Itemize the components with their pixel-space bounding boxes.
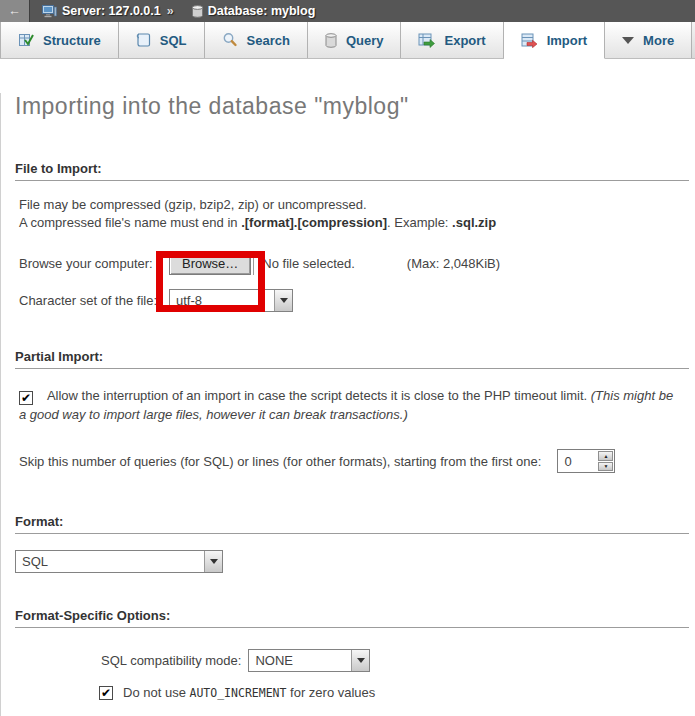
charset-label: Character set of the file: [19, 293, 169, 308]
tab-label: Import [547, 33, 587, 48]
allow-interruption-checkbox[interactable]: ✔ [19, 391, 33, 405]
section-heading-format: Format: [15, 514, 689, 534]
max-size-note: (Max: 2,048KiB) [407, 256, 500, 271]
allow-interruption-label: Allow the interruption of an import in c… [47, 388, 591, 403]
section-heading-format-specific: Format-Specific Options: [15, 608, 689, 628]
select-dropdown-button[interactable] [351, 650, 369, 671]
format-compression-pattern: .[format].[compression] [241, 215, 387, 230]
tab-sql[interactable]: SQL [119, 22, 205, 58]
select-dropdown-button[interactable] [274, 290, 292, 311]
server-icon [42, 5, 57, 18]
tab-label: Query [346, 33, 384, 48]
auto-increment-label: Do not use AUTO_INCREMENT for zero value… [123, 685, 375, 700]
format-select-row: SQL [15, 550, 695, 573]
spinner-buttons: ▲ ▼ [597, 450, 614, 472]
query-icon [325, 33, 337, 48]
chevron-down-icon [622, 37, 634, 44]
tab-label: More [643, 33, 674, 48]
tab-structure[interactable]: Structure [0, 22, 119, 58]
charset-select[interactable]: utf-8 [169, 289, 293, 312]
tab-label: Structure [43, 33, 101, 48]
sql-compat-label: SQL compatibility mode: [101, 653, 241, 668]
browse-label: Browse your computer: [19, 256, 169, 271]
sql-compat-selected-value: NONE [249, 650, 351, 671]
tab-search[interactable]: Search [205, 22, 308, 58]
breadcrumb-separator: » [167, 4, 174, 18]
dropdown-arrow-icon [210, 559, 218, 564]
browse-button[interactable]: Browse… [169, 252, 251, 275]
breadcrumb-bar: ← Server: 127.0.0.1 » Database: myblog [0, 0, 695, 22]
format-select[interactable]: SQL [15, 550, 223, 573]
tab-label: Export [444, 33, 485, 48]
tab-label: SQL [160, 33, 187, 48]
tab-export[interactable]: Export [401, 22, 503, 58]
structure-icon [18, 32, 34, 48]
auto-increment-checkbox[interactable]: ✔ [99, 686, 113, 700]
database-icon [192, 5, 203, 18]
sql-compat-select[interactable]: NONE [248, 649, 370, 672]
tab-bar: Structure SQL Search Query Export Import… [0, 22, 695, 59]
back-button[interactable]: ← [0, 0, 30, 22]
dropdown-arrow-icon [357, 658, 365, 663]
auto-increment-row: ✔ Do not use AUTO_INCREMENT for zero val… [99, 685, 695, 700]
sql-zip-example: .sql.zip [452, 215, 496, 230]
tab-label: Search [247, 33, 290, 48]
format-selected-value: SQL [16, 551, 204, 572]
tab-import[interactable]: Import [504, 22, 605, 59]
back-arrow-icon: ← [8, 4, 21, 18]
skip-queries-label: Skip this number of queries (for SQL) or… [19, 454, 541, 469]
file-input-divider [253, 253, 254, 275]
export-icon [418, 33, 435, 48]
dropdown-arrow-icon [280, 298, 288, 303]
spinner-down-button[interactable]: ▼ [598, 462, 613, 472]
skip-queries-value: 0 [558, 450, 597, 472]
skip-queries-spinner[interactable]: 0 ▲ ▼ [557, 449, 615, 473]
allow-interruption-row: ✔ Allow the interruption of an import in… [19, 386, 681, 424]
sql-icon [136, 32, 151, 48]
no-file-selected-text: No file selected. [262, 256, 355, 271]
tab-more[interactable]: More [605, 22, 692, 58]
skip-queries-row: Skip this number of queries (for SQL) or… [19, 449, 695, 473]
spinner-up-button[interactable]: ▲ [598, 451, 613, 461]
page-title: Importing into the database "myblog" [15, 93, 695, 120]
breadcrumb-server[interactable]: Server: 127.0.0.1 [62, 4, 161, 18]
section-heading-partial-import: Partial Import: [15, 349, 689, 369]
select-dropdown-button[interactable] [204, 551, 222, 572]
auto-increment-code: AUTO_INCREMENT [190, 686, 287, 700]
compression-info-line2: A compressed file's name must end in .[f… [19, 214, 685, 231]
import-page: Importing into the database "myblog" Fil… [0, 93, 695, 716]
charset-selected-value: utf-8 [170, 290, 274, 311]
breadcrumb-database[interactable]: Database: myblog [208, 4, 316, 18]
search-icon [222, 32, 238, 48]
section-heading-file-to-import: File to Import: [15, 161, 689, 181]
sql-compat-row: SQL compatibility mode: NONE [101, 649, 695, 672]
import-icon [521, 33, 538, 48]
tab-query[interactable]: Query [308, 22, 402, 58]
charset-row: Character set of the file: utf-8 [19, 289, 695, 312]
file-upload-row: Browse your computer: Browse… No file se… [19, 252, 695, 275]
compression-info-line1: File may be compressed (gzip, bzip2, zip… [19, 196, 685, 213]
